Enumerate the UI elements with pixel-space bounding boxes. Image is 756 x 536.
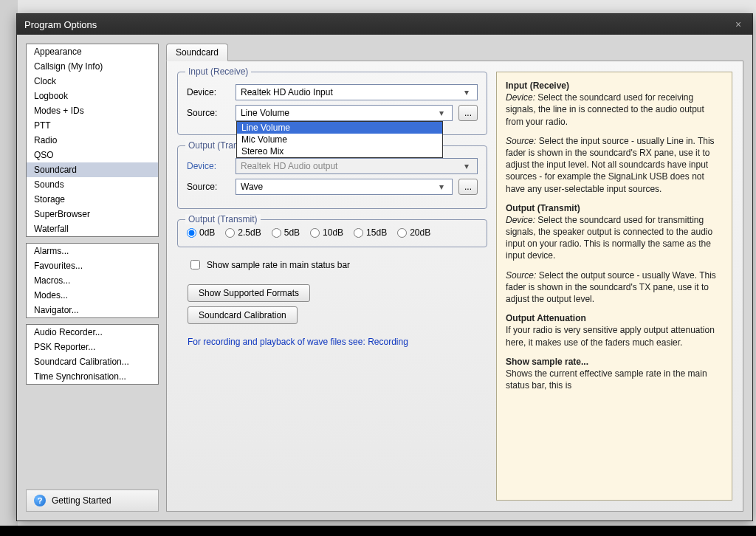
show-sample-rate-checkbox[interactable]: Show sample rate in main status bar: [188, 258, 487, 272]
sidebar-item-qso[interactable]: QSO: [27, 148, 158, 162]
sidebar-item-macros[interactable]: Macros...: [27, 273, 158, 288]
attenuation-radios: 0dB 2.5dB 5dB 10dB 15dB 20dB: [187, 227, 478, 238]
show-sample-rate-label: Show sample rate in main status bar: [207, 260, 350, 270]
options-dialog: Program Options × Appearance Callsign (M…: [16, 13, 753, 521]
tab-page: Input (Receive) Device: Realtek HD Audio…: [166, 61, 743, 512]
atten-radio-0db[interactable]: 0dB: [187, 227, 215, 238]
sidebar-item-superbrowser[interactable]: SuperBrowser: [27, 207, 158, 221]
sidebar: Appearance Callsign (My Info) Clock Logb…: [26, 44, 159, 512]
input-source-label: Source:: [187, 108, 230, 118]
sidebar-item-modes-ids[interactable]: Modes + IDs: [27, 103, 158, 118]
help-p3a: Device:: [506, 215, 535, 225]
atten-radio-input-20db[interactable]: [397, 228, 407, 238]
input-source-combo[interactable]: Line Volume ▾ Line Volume Mic Volume Ste…: [236, 105, 453, 121]
help-panel[interactable]: Input (Receive) Device: Select the sound…: [496, 72, 732, 501]
sidebar-item-ptt[interactable]: PTT: [27, 118, 158, 133]
sidebar-item-alarms[interactable]: Alarms...: [27, 244, 158, 258]
atten-radio-input-15db[interactable]: [354, 228, 363, 238]
atten-label-2-5db: 2.5dB: [238, 227, 261, 238]
input-receive-group: Input (Receive) Device: Realtek HD Audio…: [177, 72, 487, 135]
ellipsis-icon: ...: [464, 108, 472, 118]
sidebar-item-navigator[interactable]: Navigator...: [27, 303, 158, 317]
bottom-strip: [0, 526, 756, 536]
input-source-value: Line Volume: [241, 108, 289, 118]
recording-link[interactable]: For recording and playback of wave files…: [188, 337, 487, 347]
titlebar: Program Options ×: [17, 14, 752, 35]
tab-row: Soundcard: [166, 44, 743, 61]
help-p6: Shows the current effective sample rate …: [506, 368, 707, 391]
help-p5: If your radio is very sensitive apply ou…: [506, 325, 715, 347]
sidebar-item-modes[interactable]: Modes...: [27, 288, 158, 303]
atten-label-15db: 15dB: [366, 227, 387, 238]
atten-label-20db: 20dB: [410, 227, 430, 238]
input-device-combo[interactable]: Realtek HD Audio Input ▾: [236, 84, 478, 100]
chevron-down-icon: ▾: [461, 87, 472, 97]
input-source-more-button[interactable]: ...: [458, 105, 478, 121]
chevron-down-icon: ▾: [436, 108, 447, 118]
soundcard-calibration-button[interactable]: Soundcard Calibration: [188, 306, 298, 324]
getting-started-button[interactable]: ? Getting Started: [26, 489, 159, 512]
atten-radio-5db[interactable]: 5dB: [272, 227, 300, 238]
atten-label-0db: 0dB: [199, 227, 215, 238]
help-p4a: Source:: [506, 270, 536, 281]
atten-radio-input-5db[interactable]: [272, 228, 281, 238]
atten-radio-2-5db[interactable]: 2.5dB: [225, 227, 261, 238]
help-h4: Show sample rate...: [506, 357, 588, 367]
atten-radio-input-2-5db[interactable]: [225, 228, 235, 238]
help-h3: Output Attenuation: [506, 313, 586, 323]
sidebar-item-soundcard[interactable]: Soundcard: [27, 162, 158, 177]
atten-radio-input-10db[interactable]: [310, 228, 320, 238]
sidebar-item-sounds[interactable]: Sounds: [27, 177, 158, 192]
sidebar-item-logbook[interactable]: Logbook: [27, 89, 158, 103]
left-window-fragment: [0, 0, 18, 536]
chevron-down-icon: ▾: [461, 161, 472, 171]
sidebar-item-time-sync[interactable]: Time Synchronisation...: [27, 369, 158, 384]
sidebar-item-favourites[interactable]: Favourites...: [27, 258, 158, 273]
source-option-stereo-mix[interactable]: Stereo Mix: [237, 145, 442, 157]
input-device-label: Device:: [187, 87, 230, 97]
window-title: Program Options: [24, 19, 97, 30]
output-source-label: Source:: [187, 182, 230, 192]
chevron-down-icon: ▾: [436, 182, 447, 192]
help-p1a: Device:: [506, 92, 535, 103]
sidebar-item-psk-reporter[interactable]: PSK Reporter...: [27, 340, 158, 354]
source-option-mic-volume[interactable]: Mic Volume: [237, 134, 442, 145]
settings-column: Input (Receive) Device: Realtek HD Audio…: [177, 72, 487, 501]
sidebar-item-waterfall[interactable]: Waterfall: [27, 221, 158, 236]
help-p2a: Source:: [506, 136, 536, 146]
nav-list-3: Audio Recorder... PSK Reporter... Soundc…: [26, 324, 159, 385]
ellipsis-icon: ...: [464, 182, 472, 192]
close-icon[interactable]: ×: [732, 18, 745, 31]
output-attenuation-legend: Output (Transmit): [185, 214, 261, 224]
nav-list-2: Alarms... Favourites... Macros... Modes.…: [26, 243, 159, 318]
show-supported-formats-button[interactable]: Show Supported Formats: [188, 284, 310, 302]
sidebar-item-callsign[interactable]: Callsign (My Info): [27, 59, 158, 74]
atten-label-10db: 10dB: [323, 227, 343, 238]
sidebar-item-appearance[interactable]: Appearance: [27, 44, 158, 59]
help-p3b: Select the soundcard used for transmitti…: [506, 215, 712, 261]
sidebar-item-audio-recorder[interactable]: Audio Recorder...: [27, 325, 158, 340]
sidebar-item-storage[interactable]: Storage: [27, 192, 158, 207]
sidebar-item-clock[interactable]: Clock: [27, 74, 158, 89]
input-device-value: Realtek HD Audio Input: [241, 87, 333, 97]
atten-label-5db: 5dB: [284, 227, 300, 238]
input-receive-legend: Input (Receive): [185, 66, 251, 77]
atten-radio-input-0db[interactable]: [187, 228, 196, 238]
show-sample-rate-input[interactable]: [190, 260, 200, 269]
help-icon: ?: [34, 495, 46, 506]
help-p2b: Select the input source - usually Line i…: [506, 136, 715, 194]
output-source-value: Wave: [241, 182, 263, 192]
sidebar-item-soundcard-calibration[interactable]: Soundcard Calibration...: [27, 354, 158, 369]
output-source-combo[interactable]: Wave ▾: [236, 179, 453, 195]
source-option-line-volume[interactable]: Line Volume: [237, 122, 442, 134]
main-panel: Soundcard Input (Receive) Device: Realte…: [166, 44, 743, 512]
atten-radio-15db[interactable]: 15dB: [354, 227, 387, 238]
output-source-more-button[interactable]: ...: [458, 179, 478, 195]
tab-soundcard[interactable]: Soundcard: [166, 44, 228, 61]
output-device-value: Realtek HD Audio output: [241, 161, 337, 171]
atten-radio-10db[interactable]: 10dB: [310, 227, 343, 238]
help-p1b: Select the soundcard used for receiving …: [506, 92, 704, 126]
atten-radio-20db[interactable]: 20dB: [397, 227, 430, 238]
help-p4b: Select the output source - usually Wave.…: [506, 270, 716, 304]
sidebar-item-radio[interactable]: Radio: [27, 133, 158, 148]
